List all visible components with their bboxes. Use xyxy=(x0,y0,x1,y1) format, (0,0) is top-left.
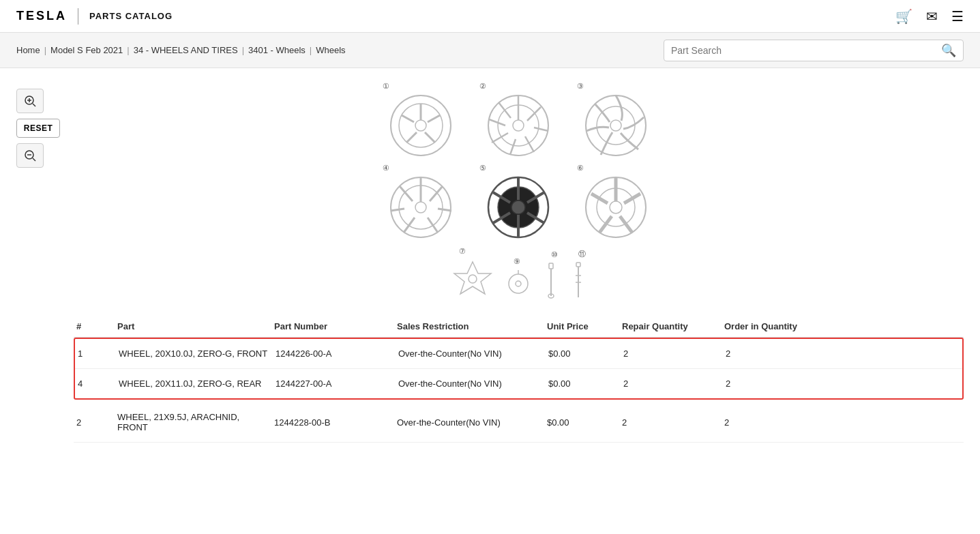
breadcrumb-bar: Home | Model S Feb 2021 | 34 - WHEELS AN… xyxy=(0,33,980,68)
small-part-svg-9 xyxy=(507,269,531,299)
cell-sales: Over-the-Counter(No VIN) xyxy=(396,379,546,389)
small-part-9: ⑨ xyxy=(507,257,531,299)
svg-line-20 xyxy=(534,128,548,131)
small-part-10: ⑩ xyxy=(544,250,558,299)
breadcrumb-3401[interactable]: 3401 - Wheels xyxy=(248,45,306,55)
header-right: 🛒 ✉ ☰ xyxy=(895,8,964,25)
small-part-svg-11 xyxy=(571,262,585,299)
svg-rect-61 xyxy=(549,263,553,269)
svg-line-6 xyxy=(33,158,35,161)
cell-part-number: 1244227-00-A xyxy=(273,379,396,389)
breadcrumb-model[interactable]: Model S Feb 2021 xyxy=(50,45,123,55)
col-header-repair: Repair Quantity xyxy=(619,321,722,331)
cell-repair-qty: 2 xyxy=(621,379,723,389)
header-divider xyxy=(78,8,78,25)
cell-repair-qty: 2 xyxy=(619,417,722,428)
cart-icon[interactable]: 🛒 xyxy=(895,8,912,25)
svg-point-31 xyxy=(415,202,426,213)
cell-repair-qty: 2 xyxy=(621,348,723,359)
small-part-11: ⑪ xyxy=(571,249,586,299)
svg-rect-64 xyxy=(576,263,580,267)
svg-point-28 xyxy=(610,120,621,131)
zoom-out-button[interactable] xyxy=(16,143,44,168)
wheel-diagram-2: ② xyxy=(473,82,565,158)
breadcrumb-wheels[interactable]: Wheels xyxy=(316,45,345,55)
cell-sales: Over-the-Counter(No VIN) xyxy=(396,348,546,359)
wheel-svg-3 xyxy=(584,93,649,158)
svg-line-36 xyxy=(404,218,415,233)
cell-order-qty: 2 xyxy=(723,379,832,389)
wheels-diagram: ① ② xyxy=(376,82,662,240)
col-header-num: # xyxy=(74,321,115,331)
wheel-diagram-3: ③ xyxy=(570,82,662,158)
col-header-price: Unit Price xyxy=(544,321,619,331)
svg-point-60 xyxy=(516,281,521,286)
search-button[interactable]: 🔍 xyxy=(941,43,956,58)
cell-part-number: 1244228-00-B xyxy=(271,417,394,428)
svg-point-57 xyxy=(469,275,477,283)
breadcrumb-home[interactable]: Home xyxy=(16,45,40,55)
svg-point-17 xyxy=(513,120,524,131)
small-parts-row: ⑦ ⑨ ⑩ xyxy=(452,247,586,299)
cell-order-qty: 2 xyxy=(723,348,832,359)
mail-icon[interactable]: ✉ xyxy=(926,8,938,25)
highlighted-rows: 1 WHEEL, 20X10.0J, ZERO-G, FRONT 1244226… xyxy=(74,338,964,400)
col-header-order: Order in Quantity xyxy=(722,321,831,331)
svg-line-55 xyxy=(591,194,608,203)
header-left: TESLA PARTS CATALOG xyxy=(16,8,173,25)
cell-part: WHEEL, 20X10.0J, ZERO-G, FRONT xyxy=(116,348,273,359)
cell-price: $0.00 xyxy=(546,379,621,389)
small-part-7: ⑦ xyxy=(452,247,493,299)
zoom-controls: RESET xyxy=(16,82,60,443)
cell-part: WHEEL, 20X11.0J, ZERO-G, REAR xyxy=(116,379,273,389)
svg-line-3 xyxy=(33,104,35,106)
cell-part-number: 1244226-00-A xyxy=(273,348,396,359)
wheel-svg-1 xyxy=(389,93,454,158)
breadcrumb-wheels-tires[interactable]: 34 - WHEELS AND TIRES xyxy=(134,45,238,55)
wheel-svg-4 xyxy=(389,175,454,240)
breadcrumb-sep-2: | xyxy=(127,45,129,55)
wheel-svg-6 xyxy=(584,175,649,240)
parts-catalog-title: PARTS CATALOG xyxy=(89,11,173,21)
cell-price: $0.00 xyxy=(544,417,619,428)
cell-part: WHEEL, 21X9.5J, ARACHNID, FRONT xyxy=(115,412,271,432)
small-part-svg-7 xyxy=(452,258,493,299)
tesla-logo: TESLA xyxy=(16,9,67,23)
svg-line-12 xyxy=(425,132,435,143)
wheel-diagram-4: ④ xyxy=(376,164,468,240)
reset-button[interactable]: RESET xyxy=(16,119,60,138)
cell-sales: Over-the-Counter(No VIN) xyxy=(394,417,544,428)
wheel-diagram-5: ⑤ xyxy=(473,164,565,240)
parts-table: # Part Part Number Sales Restriction Uni… xyxy=(74,316,964,443)
svg-line-34 xyxy=(438,209,451,211)
svg-line-19 xyxy=(527,107,541,121)
svg-point-58 xyxy=(509,274,528,293)
menu-icon[interactable]: ☰ xyxy=(951,8,964,25)
svg-line-24 xyxy=(489,119,505,125)
main-content: RESET ① xyxy=(0,68,980,456)
breadcrumb-sep-1: | xyxy=(44,45,46,55)
cell-num: 2 xyxy=(74,417,115,428)
svg-marker-56 xyxy=(454,262,491,294)
search-input[interactable] xyxy=(671,45,941,56)
wheel-svg-2 xyxy=(486,93,551,158)
breadcrumb-sep-3: | xyxy=(242,45,244,55)
svg-point-41 xyxy=(511,201,525,214)
zoom-in-button[interactable] xyxy=(16,89,44,113)
wheel-diagram-1: ① xyxy=(376,82,468,158)
wheel-diagram-6: ⑥ xyxy=(570,164,662,240)
col-header-sales: Sales Restriction xyxy=(394,321,544,331)
table-header: # Part Part Number Sales Restriction Uni… xyxy=(74,316,964,338)
svg-line-35 xyxy=(428,218,438,233)
col-header-part: Part xyxy=(115,321,271,331)
table-row: 2 WHEEL, 21X9.5J, ARACHNID, FRONT 124422… xyxy=(74,402,964,443)
cell-num: 4 xyxy=(75,379,116,389)
page-header: TESLA PARTS CATALOG 🛒 ✉ ☰ xyxy=(0,0,980,33)
table-row: 1 WHEEL, 20X10.0J, ZERO-G, FRONT 1244226… xyxy=(75,339,962,369)
diagram-area: ① ② xyxy=(74,82,964,443)
breadcrumb: Home | Model S Feb 2021 | 34 - WHEELS AN… xyxy=(16,45,346,55)
svg-line-13 xyxy=(406,132,417,143)
svg-line-52 xyxy=(624,194,640,203)
svg-point-50 xyxy=(610,201,622,213)
cell-price: $0.00 xyxy=(546,348,621,359)
